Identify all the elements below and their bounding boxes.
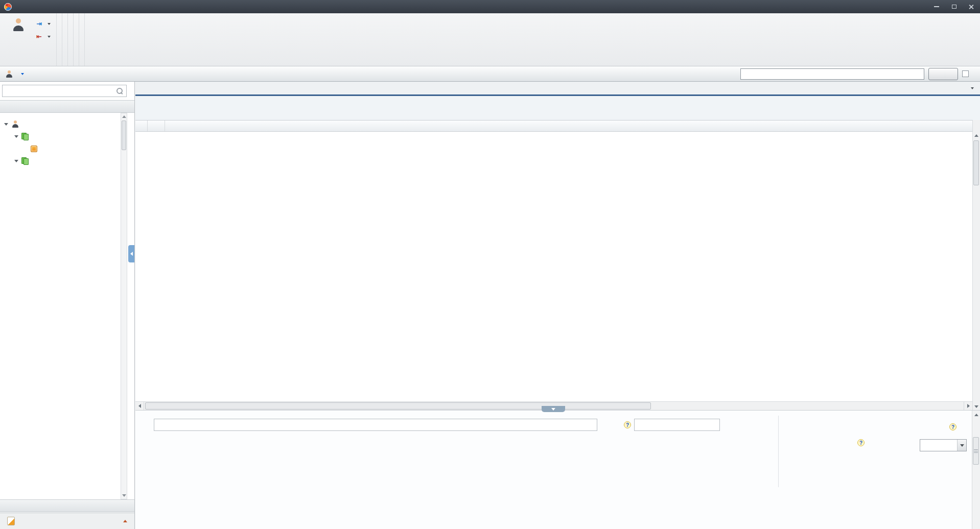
breadcrumb — [0, 66, 980, 82]
help-icon[interactable] — [857, 439, 865, 446]
chevron-down-icon[interactable] — [21, 73, 24, 75]
tree-account-row[interactable] — [0, 118, 120, 130]
plan-icon — [21, 157, 29, 164]
tree-expand-icon[interactable] — [14, 135, 18, 138]
scroll-up-icon[interactable] — [974, 414, 978, 416]
tree-unit-row[interactable] — [0, 142, 120, 155]
import-button[interactable]: ⇥ — [36, 20, 51, 28]
import-icon: ⇥ — [36, 20, 42, 28]
avatar — [11, 120, 19, 128]
chevron-down-icon — [48, 36, 51, 38]
scroll-right-icon — [967, 404, 970, 408]
ribbon-group-filter — [62, 13, 68, 66]
open-button[interactable] — [4, 15, 33, 34]
main-content — [135, 82, 980, 410]
scroll-left-button[interactable] — [135, 402, 144, 410]
unit-icon — [31, 146, 37, 152]
app-window: ⇥ ⇤ — [0, 0, 980, 529]
maximize-icon — [952, 5, 956, 9]
collapse-up-icon[interactable] — [123, 520, 127, 522]
exact-search-checkbox[interactable] — [962, 70, 969, 77]
onoff-select[interactable] — [920, 439, 967, 451]
scroll-down-icon[interactable] — [974, 405, 978, 408]
ribbon-group-help — [85, 13, 90, 66]
scroll-left-icon — [138, 404, 141, 408]
sidebar-header-tools[interactable] — [0, 499, 134, 512]
close-icon — [969, 4, 974, 9]
header-select-column — [148, 121, 165, 131]
sidebar-search-input[interactable] — [5, 87, 116, 95]
panel-scrollbar[interactable] — [972, 411, 980, 529]
table-header — [135, 120, 972, 132]
tab-bar — [135, 82, 980, 96]
chevron-down-icon — [48, 23, 51, 25]
minimize-button[interactable] — [928, 0, 945, 13]
ribbon-group-report — [68, 13, 74, 66]
tree-expand-icon[interactable] — [14, 160, 18, 162]
sidebar — [0, 82, 135, 529]
tree-plan-row[interactable] — [0, 130, 120, 142]
tree-expand-icon[interactable] — [4, 123, 8, 126]
avatar — [5, 70, 13, 78]
user-icon — [12, 18, 25, 31]
ribbon-toolbar: ⇥ ⇤ — [0, 13, 980, 66]
scrollbar-thumb[interactable] — [122, 121, 126, 150]
ribbon-group-conversion — [74, 13, 79, 66]
scrollbar-thumb[interactable] — [145, 402, 651, 410]
action-toolbar — [135, 96, 980, 120]
sidebar-header-accounts — [0, 100, 134, 113]
help-icon[interactable] — [949, 423, 956, 430]
scroll-up-icon[interactable] — [122, 115, 126, 118]
plan-icon — [21, 133, 29, 140]
scrollbar-thumb[interactable] — [973, 140, 979, 185]
app-logo-icon — [4, 3, 12, 11]
keyword-info-panel — [135, 411, 980, 529]
minimize-icon — [934, 6, 939, 7]
header-add-column — [135, 121, 148, 131]
title-bar — [0, 0, 980, 13]
search-icon — [116, 87, 124, 95]
maximize-button[interactable] — [945, 0, 963, 13]
sidebar-collapse-handle[interactable] — [128, 245, 134, 262]
grip-icon — [974, 449, 978, 453]
keyword-edit-panel — [135, 410, 980, 529]
scroll-up-icon[interactable] — [974, 134, 978, 137]
global-search-input[interactable] — [740, 68, 924, 80]
scroll-down-icon[interactable] — [122, 494, 126, 497]
ribbon-group-updown — [57, 13, 62, 66]
scroll-right-button[interactable] — [964, 402, 972, 410]
account-tree — [0, 113, 120, 499]
close-button[interactable] — [963, 0, 980, 13]
filter-template-row[interactable] — [0, 513, 134, 529]
panel-collapse-button[interactable] — [542, 406, 565, 412]
ribbon-group-keyword-planning — [79, 13, 85, 66]
search-button[interactable] — [928, 68, 958, 80]
sidebar-search-box[interactable] — [2, 85, 127, 97]
ribbon-group-account: ⇥ ⇤ — [1, 13, 57, 66]
vertical-scrollbar[interactable] — [972, 120, 980, 410]
template-icon — [7, 517, 15, 525]
chevron-down-icon[interactable] — [957, 440, 966, 451]
tree-plan-row[interactable] — [0, 155, 120, 167]
download-view-data-link[interactable] — [968, 82, 980, 94]
scrollbar-thumb[interactable] — [973, 437, 979, 465]
chevron-down-icon — [971, 87, 974, 89]
sidebar-scrollbar[interactable] — [121, 113, 127, 499]
export-icon: ⇤ — [36, 33, 42, 40]
export-button[interactable]: ⇤ — [36, 33, 51, 40]
